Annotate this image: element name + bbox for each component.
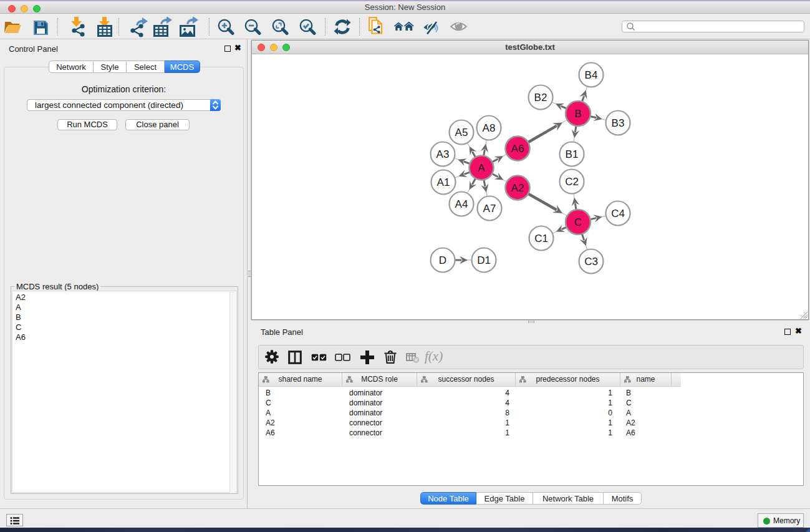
svg-text:D1: D1 [477, 254, 491, 266]
svg-text:B4: B4 [585, 69, 598, 81]
svg-text:A1: A1 [437, 177, 450, 188]
svg-text:A2: A2 [511, 182, 524, 194]
svg-text:C: C [574, 216, 582, 228]
svg-text:C2: C2 [565, 176, 579, 188]
svg-text:A5: A5 [455, 127, 468, 138]
svg-text:B3: B3 [612, 117, 625, 129]
svg-text:B: B [574, 108, 581, 120]
svg-text:C1: C1 [534, 233, 548, 244]
svg-text:B1: B1 [566, 148, 579, 160]
svg-text:A: A [478, 162, 485, 174]
svg-text:C4: C4 [611, 208, 625, 220]
svg-text:D: D [439, 254, 446, 266]
svg-text:A6: A6 [511, 143, 524, 155]
svg-text:B2: B2 [534, 92, 547, 104]
svg-text:f(x): f(x) [425, 350, 443, 364]
svg-text:A7: A7 [483, 203, 496, 215]
svg-text:A4: A4 [455, 198, 468, 210]
svg-text:A8: A8 [483, 122, 496, 134]
svg-text:C3: C3 [584, 256, 598, 268]
svg-text:A3: A3 [436, 148, 450, 160]
